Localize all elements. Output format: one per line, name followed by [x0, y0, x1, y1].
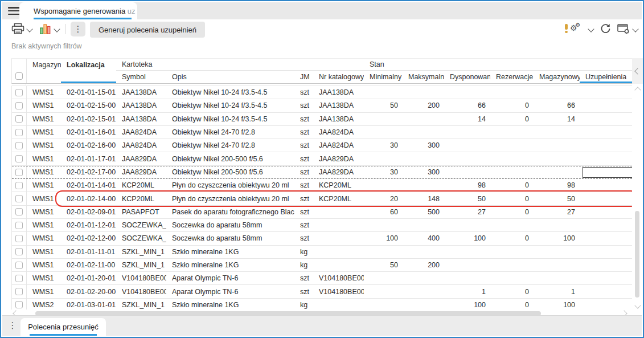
- row-checkbox[interactable]: [15, 208, 23, 215]
- vertical-scrollbar-thumb[interactable]: [635, 211, 639, 298]
- cell-uzupelnienia[interactable]: [580, 206, 632, 218]
- table-row[interactable]: WMS1 02-01-01-12-01 SOCZEWKA_58 Soczewka…: [12, 219, 632, 232]
- window-settings-dropdown-chevron-icon[interactable]: [632, 26, 638, 32]
- header-nr-katalogowy[interactable]: Nr katalogowy: [313, 71, 364, 83]
- cell-uzupelnienia[interactable]: [580, 113, 632, 125]
- chart-dropdown-chevron-icon[interactable]: [54, 26, 60, 32]
- row-checkbox[interactable]: [15, 222, 23, 229]
- table-row[interactable]: WMS1 02-01-02-14-00 KCP20ML Płyn do czys…: [12, 192, 632, 205]
- header-lokalizacja[interactable]: Lokalizacja: [61, 59, 116, 83]
- cell-symbol: JAA829DA: [116, 153, 166, 165]
- scroll-up-icon[interactable]: [634, 87, 641, 93]
- header-dysponowany[interactable]: Dysponowany: [444, 71, 490, 83]
- table-row[interactable]: WMS1 02-01-01-16-01 JAA824DA Obiektyw Ni…: [12, 126, 632, 139]
- table-row[interactable]: WMS2 02-01-03-01-01 SZKL_MIN_1 Szkło min…: [12, 299, 632, 310]
- vertical-scrollbar[interactable]: [632, 58, 643, 317]
- cell-symbol: SOCZEWKA_58: [116, 232, 166, 245]
- cell-uzupelnienia[interactable]: [580, 219, 632, 231]
- cell-magazyn: WMS1: [27, 206, 61, 218]
- cell-symbol: V104180BE00: [116, 286, 166, 298]
- cell-lokalizacja: 02-01-02-12-00: [61, 232, 116, 245]
- select-all-checkbox[interactable]: [15, 72, 23, 80]
- cell-uzupelnienia[interactable]: [580, 285, 632, 298]
- bottom-kebab-menu-icon[interactable]: ⋮: [8, 320, 17, 331]
- cell-uzupelnienia[interactable]: [579, 84, 632, 85]
- table-row[interactable]: WMS1 02-01-01-15-00 JAA138DA Obiektyw Ni…: [11, 84, 632, 85]
- table-row[interactable]: WMS1 02-01-02-11-00 SZKL_MIN_1 Szkło min…: [12, 259, 632, 272]
- row-checkbox[interactable]: [15, 275, 23, 282]
- row-checkbox[interactable]: [15, 182, 23, 189]
- print-dropdown-chevron-icon[interactable]: [26, 26, 32, 32]
- cell-uzupelnienia[interactable]: [580, 139, 632, 152]
- table-row[interactable]: WMS1 02-01-01-14-01 KCP20ML Płyn do czys…: [12, 179, 632, 192]
- row-checkbox[interactable]: [15, 288, 23, 295]
- table-row[interactable]: WMS1 02-01-01-17-01 JAA829DA Obiektyw Ni…: [12, 152, 632, 165]
- table-row[interactable]: WMS1 02-01-02-15-00 JAA138DA Obiektyw Ni…: [12, 99, 632, 112]
- header-maksymalny[interactable]: Maksymalny: [403, 71, 444, 83]
- cell-jm: szt: [294, 219, 313, 231]
- cell-uzupelnienia[interactable]: [580, 272, 632, 284]
- window-settings-icon[interactable]: [617, 23, 630, 36]
- cell-uzupelnienia[interactable]: [580, 166, 632, 178]
- table-row[interactable]: WMS1 02-01-02-09-01 PASAPFOT Pasek do ap…: [12, 206, 632, 219]
- hamburger-menu-icon[interactable]: [8, 7, 20, 15]
- header-symbol[interactable]: Symbol: [116, 71, 166, 83]
- cell-rezerwacje: 0: [490, 286, 534, 298]
- cell-uzupelnienia[interactable]: [580, 192, 632, 205]
- cell-opis: Pasek do aparatu fotograficznego Black: [166, 206, 294, 218]
- header-rezerwacje[interactable]: Rezerwacje: [490, 71, 534, 83]
- table-row[interactable]: WMS1 02-01-02-17-00 JAA829DA Obiektyw Ni…: [12, 166, 632, 179]
- header-opis[interactable]: Opis: [166, 71, 294, 83]
- table-row[interactable]: WMS1 02-01-02-15-01 JAA138DA Obiektyw Ni…: [12, 113, 632, 126]
- refresh-icon[interactable]: [600, 23, 612, 36]
- settings-dropdown-chevron-icon[interactable]: [588, 26, 594, 32]
- row-checkbox[interactable]: [15, 235, 23, 242]
- collapse-panel-button[interactable]: [632, 58, 643, 84]
- header-select-cell: [12, 59, 27, 83]
- row-checkbox[interactable]: [15, 262, 23, 269]
- cell-jm: szt: [294, 86, 313, 99]
- table-row[interactable]: WMS1 02-01-02-20-00 V104180BE00 Aparat O…: [12, 285, 632, 298]
- table-row[interactable]: WMS1 02-01-01-15-01 JAA138DA Obiektyw Ni…: [12, 86, 632, 99]
- row-checkbox[interactable]: [15, 301, 23, 308]
- row-checkbox[interactable]: [15, 169, 23, 176]
- row-checkbox[interactable]: [15, 115, 23, 123]
- header-minimalny[interactable]: Minimalny: [364, 71, 403, 83]
- cell-uzupelnienia[interactable]: [580, 126, 632, 139]
- cell-symbol: SZKL_MIN_1: [116, 259, 166, 271]
- table-row[interactable]: WMS1 02-01-01-20-01 V104180BE00 Aparat O…: [12, 272, 632, 285]
- cell-uzupelnienia[interactable]: [580, 299, 632, 310]
- generate-replenishment-button[interactable]: Generuj polecenia uzupełnień: [90, 22, 205, 38]
- cell-uzupelnienia[interactable]: [580, 179, 632, 192]
- scroll-down-icon[interactable]: [634, 302, 641, 308]
- settings-alert-icon[interactable]: ⚙ ⚙: [565, 24, 577, 33]
- row-checkbox[interactable]: [15, 155, 23, 162]
- header-magazynowy[interactable]: Magazynowy: [534, 71, 580, 83]
- row-checkbox[interactable]: [15, 89, 23, 96]
- cell-uzupelnienia[interactable]: [580, 99, 632, 112]
- row-checkbox[interactable]: [15, 102, 23, 109]
- row-checkbox[interactable]: [15, 142, 23, 149]
- cell-symbol: JAA138DA: [116, 99, 166, 112]
- cell-uzupelnienia[interactable]: [580, 232, 632, 245]
- cell-uzupelnienia[interactable]: [580, 246, 632, 258]
- cell-dysponowany: 14: [444, 113, 490, 125]
- tab-wspomaganie-generowania[interactable]: Wspomaganie generowania uz: [19, 2, 137, 19]
- header-jm[interactable]: JM: [294, 71, 313, 83]
- row-checkbox[interactable]: [15, 129, 23, 136]
- tab-polecenia-przesuniec[interactable]: Polecenia przesunięć: [20, 318, 106, 336]
- print-icon[interactable]: [11, 23, 24, 36]
- cell-uzupelnienia[interactable]: [580, 86, 632, 99]
- tab-title: Wspomaganie generowania uz: [34, 7, 136, 15]
- table-row[interactable]: WMS1 02-01-02-16-00 JAA824DA Obiektyw Ni…: [12, 139, 632, 152]
- chart-icon[interactable]: [40, 24, 51, 36]
- row-checkbox[interactable]: [15, 195, 23, 202]
- table-row[interactable]: WMS1 02-01-01-11-01 SZKL_MIN_1 Szkło min…: [12, 246, 632, 259]
- kebab-menu-button[interactable]: ⋮: [71, 22, 85, 36]
- cell-uzupelnienia[interactable]: [580, 152, 632, 165]
- cell-uzupelnienia[interactable]: [580, 259, 632, 271]
- header-magazyn[interactable]: Magazyn: [27, 59, 61, 83]
- table-row[interactable]: WMS1 02-01-02-12-00 SOCZEWKA_58 Soczewka…: [12, 232, 632, 245]
- row-checkbox[interactable]: [15, 248, 23, 255]
- header-uzupelnienia[interactable]: Uzupełnienia: [580, 71, 633, 83]
